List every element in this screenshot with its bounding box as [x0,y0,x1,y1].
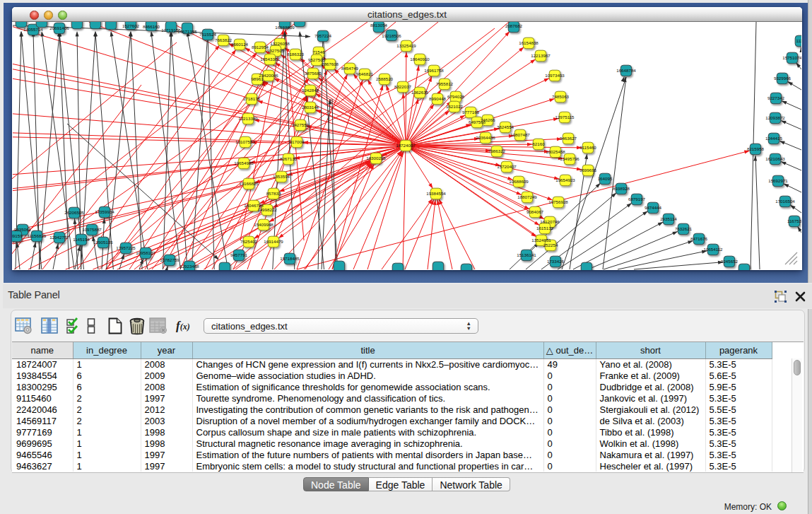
svg-text:12905135: 12905135 [93,240,113,245]
svg-text:9242848: 9242848 [302,88,319,93]
svg-text:19218506: 19218506 [382,33,401,38]
svg-text:7625402: 7625402 [240,239,258,244]
svg-text:2718176: 2718176 [243,96,261,101]
svg-text:1621022: 1621022 [446,104,464,109]
svg-text:1244415: 1244415 [765,136,783,141]
svg-text:2867608: 2867608 [322,62,339,66]
svg-text:9457791: 9457791 [230,252,248,257]
svg-text:12942757: 12942757 [49,235,69,240]
svg-text:8186323: 8186323 [287,52,305,57]
svg-text:10807487: 10807487 [510,132,530,137]
svg-text:62160: 62160 [532,141,545,146]
svg-text:8990448: 8990448 [429,96,447,101]
svg-text:10107553: 10107553 [235,139,255,144]
svg-text:8466160: 8466160 [143,24,160,29]
svg-text:9327505: 9327505 [267,48,285,53]
svg-text:12213389: 12213389 [238,116,258,121]
svg-text:12213967: 12213967 [531,53,551,58]
svg-text:7955812: 7955812 [436,81,454,86]
svg-text:6879197: 6879197 [628,197,646,201]
svg-text:39159: 39159 [12,233,23,238]
svg-text:2803144: 2803144 [302,105,319,110]
svg-text:15718485: 15718485 [280,256,300,261]
svg-text:16543362: 16543362 [260,57,280,62]
svg-text:17359934: 17359934 [95,209,114,214]
svg-text:8813054: 8813054 [370,23,388,28]
svg-text:16961758: 16961758 [424,68,444,73]
svg-text:857833: 857833 [266,191,281,196]
svg-text:9427552: 9427552 [292,122,310,127]
svg-text:3875685: 3875685 [305,71,322,76]
svg-text:16782759: 16782759 [160,257,180,262]
svg-text:9084067: 9084067 [526,209,544,214]
svg-text:9699695: 9699695 [579,168,597,173]
svg-text:71546: 71546 [312,49,325,54]
svg-text:19654985: 19654985 [234,160,254,165]
svg-text:8471676: 8471676 [690,236,708,241]
svg-text:7515524: 7515524 [199,32,217,37]
svg-text:16648784: 16648784 [616,68,636,73]
svg-text:9335061: 9335061 [14,227,32,232]
svg-text:8267130: 8267130 [280,156,298,161]
svg-text:17016504: 17016504 [775,199,795,204]
svg-text:16671355: 16671355 [177,29,197,34]
svg-text:8660124: 8660124 [231,42,249,47]
svg-text:14998222: 14998222 [257,207,277,212]
svg-text:1112: 1112 [796,38,801,43]
svg-text:19166825: 19166825 [239,181,259,186]
svg-text:9245652: 9245652 [721,259,739,264]
svg-text:14055714: 14055714 [23,27,43,32]
svg-text:20364436: 20364436 [476,135,495,140]
svg-text:252254: 252254 [543,243,558,247]
svg-text:1145194: 1145194 [73,237,90,242]
svg-text:10958107: 10958107 [136,250,155,255]
svg-text:12975115: 12975115 [555,115,575,119]
svg-text:6497568: 6497568 [469,119,486,124]
svg-text:15136141: 15136141 [517,252,536,257]
svg-text:13226058: 13226058 [270,41,290,46]
svg-text:8454749: 8454749 [341,66,359,71]
svg-text:10973493: 10973493 [545,73,565,78]
svg-text:9474444: 9474444 [645,205,662,210]
svg-text:16154838: 16154838 [519,40,539,45]
svg-text:9777169: 9777169 [462,110,480,115]
svg-text:1362635: 1362635 [411,90,429,95]
svg-text:20691406: 20691406 [49,25,69,30]
svg-text:1527602: 1527602 [122,23,140,28]
svg-text:8322037: 8322037 [394,84,412,89]
svg-text:10653287: 10653287 [101,22,121,23]
svg-text:16914479: 16914479 [264,239,283,244]
svg-text:13325419: 13325419 [396,43,416,48]
svg-text:12093872: 12093872 [765,115,785,120]
svg-text:26206505: 26206505 [64,210,84,215]
svg-text:13524851: 13524851 [531,238,551,243]
svg-text:2087682: 2087682 [505,23,523,28]
svg-text:19654923: 19654923 [555,177,575,182]
svg-text:18724007: 18724007 [396,143,416,148]
svg-text:16120746: 16120746 [540,219,560,224]
svg-text:16033809: 16033809 [275,25,295,30]
svg-text:1615132: 1615132 [536,226,554,230]
svg-text:15751074: 15751074 [782,55,801,60]
svg-text:13495796: 13495796 [560,156,579,161]
svg-text:164095: 164095 [598,176,613,181]
svg-text:15692971: 15692971 [768,178,788,183]
svg-text:11156829: 11156829 [28,233,47,238]
svg-text:15720407: 15720407 [497,164,517,169]
svg-text:7663822: 7663822 [215,37,233,42]
svg-text:6794028: 6794028 [447,94,465,99]
svg-text:10654112: 10654112 [703,247,723,252]
svg-text:7632621: 7632621 [675,226,693,231]
svg-text:9646821: 9646821 [356,71,374,76]
svg-text:1353594: 1353594 [273,174,290,179]
svg-text:18807249: 18807249 [517,194,537,199]
svg-text:16210643: 16210643 [765,156,785,161]
svg-text:19756928: 19756928 [548,199,568,204]
svg-text:15409948: 15409948 [254,222,273,227]
svg-text:18300295: 18300295 [366,156,386,160]
svg-text:116753: 116753 [787,218,801,223]
svg-text:17957225: 17957225 [116,245,136,250]
svg-text:8938928: 8938928 [613,186,630,191]
svg-text:2935114: 2935114 [660,216,677,221]
svg-text:2588520: 2588520 [376,76,394,81]
